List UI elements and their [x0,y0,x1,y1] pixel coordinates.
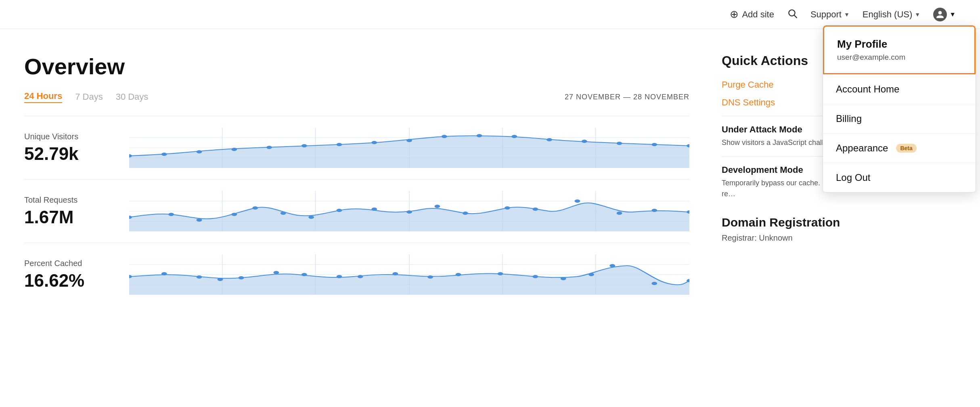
svg-point-67 [302,273,307,276]
svg-point-25 [651,143,657,146]
cached-value: 16.62% [24,271,113,291]
svg-point-22 [547,138,552,141]
cached-chart [129,254,689,295]
tab-30d[interactable]: 30 Days [116,92,149,102]
tab-24h[interactable]: 24 Hours [24,91,62,103]
support-chevron-icon: ▼ [844,11,850,18]
support-button[interactable]: Support ▼ [810,9,850,20]
svg-point-69 [358,275,363,278]
metric-label-requests: Total Requests 1.67M [24,195,113,227]
visitors-chart [129,128,689,168]
add-site-label: Add site [742,9,774,20]
svg-point-12 [197,150,202,153]
svg-point-17 [371,141,377,144]
svg-point-42 [337,209,342,212]
dropdown-account-home[interactable]: Account Home [823,74,976,104]
svg-point-78 [651,282,657,285]
svg-point-46 [463,212,468,215]
svg-point-71 [427,275,433,279]
search-icon [787,8,798,19]
svg-point-66 [273,271,279,274]
svg-point-51 [651,209,657,212]
visitors-value: 52.79k [24,144,113,164]
svg-point-68 [337,275,342,278]
svg-point-70 [392,272,398,275]
svg-point-19 [442,135,447,138]
svg-point-64 [218,278,223,281]
search-button[interactable] [787,8,798,21]
date-range: 27 NOVEMBER — 28 NOVEMBER [565,93,689,101]
svg-point-14 [266,146,272,149]
support-label: Support [810,9,842,20]
dropdown-billing[interactable]: Billing [823,104,976,133]
svg-point-41 [308,216,314,219]
time-tabs: 24 Hours 7 Days 30 Days 27 NOVEMBER — 28… [24,91,689,103]
svg-point-74 [532,275,538,278]
add-site-button[interactable]: ⊕ Add site [730,8,774,21]
billing-label: Billing [836,113,862,124]
metric-row-visitors: Unique Visitors 52.79k [24,116,689,179]
svg-point-38 [231,213,237,216]
svg-point-24 [617,142,622,145]
svg-point-48 [532,208,538,211]
domain-registrar: Registrar: Unknown [722,233,956,243]
svg-point-16 [337,143,342,146]
svg-point-20 [477,134,482,137]
user-menu-button[interactable]: ▼ [933,8,956,21]
svg-point-21 [511,135,517,138]
svg-point-77 [609,264,615,267]
svg-point-43 [371,208,377,211]
domain-registration-title: Domain Registration [722,216,956,229]
svg-point-62 [161,272,167,275]
domain-registration-section: Domain Registration Registrar: Unknown [722,216,956,243]
svg-point-63 [197,275,202,279]
cached-label: Percent Cached [24,259,113,268]
user-avatar [933,8,947,21]
svg-point-15 [302,144,307,147]
account-home-label: Account Home [836,84,899,95]
appearance-label: Appearance [836,143,888,154]
metric-row-requests: Total Requests 1.67M [24,179,689,243]
svg-point-36 [168,213,174,216]
user-icon [936,10,944,19]
svg-point-23 [582,140,587,143]
main-content: Overview 24 Hours 7 Days 30 Days 27 NOVE… [0,29,980,306]
metric-row-cached: Percent Cached 16.62% [24,243,689,306]
svg-line-1 [794,15,797,17]
user-dropdown-menu: My Profile user@example.com Account Home… [823,25,976,193]
svg-point-75 [561,277,566,280]
svg-point-65 [239,276,244,279]
overview-section: Overview 24 Hours 7 Days 30 Days 27 NOVE… [24,53,689,306]
svg-point-50 [617,212,622,215]
requests-value: 1.67M [24,207,113,227]
add-site-icon: ⊕ [730,8,739,21]
requests-label: Total Requests [24,195,113,205]
svg-point-13 [231,148,237,151]
dropdown-appearance[interactable]: Appearance Beta [823,133,976,163]
language-button[interactable]: English (US) ▼ [863,9,920,20]
dropdown-logout[interactable]: Log Out [823,163,976,192]
metric-label-cached: Percent Cached 16.62% [24,259,113,291]
dropdown-profile-email: user@example.com [837,53,961,62]
visitors-chart-svg [129,128,689,168]
overview-title: Overview [24,53,689,80]
svg-point-18 [406,139,412,142]
beta-badge: Beta [896,144,916,153]
tab-7d[interactable]: 7 Days [75,92,103,102]
svg-point-44 [406,210,412,214]
svg-point-40 [281,212,286,215]
svg-point-47 [505,206,510,210]
svg-point-73 [498,272,503,275]
svg-point-39 [252,206,258,210]
svg-point-11 [161,153,167,156]
language-chevron-icon: ▼ [915,11,920,18]
svg-point-76 [588,273,594,276]
metric-label-visitors: Unique Visitors 52.79k [24,132,113,164]
cached-chart-svg [129,254,689,295]
user-chevron-icon: ▼ [949,11,956,18]
svg-point-49 [574,199,580,203]
svg-point-72 [456,273,461,276]
dropdown-profile-item[interactable]: My Profile user@example.com [823,25,976,74]
svg-point-37 [197,218,202,222]
logout-label: Log Out [836,172,870,183]
